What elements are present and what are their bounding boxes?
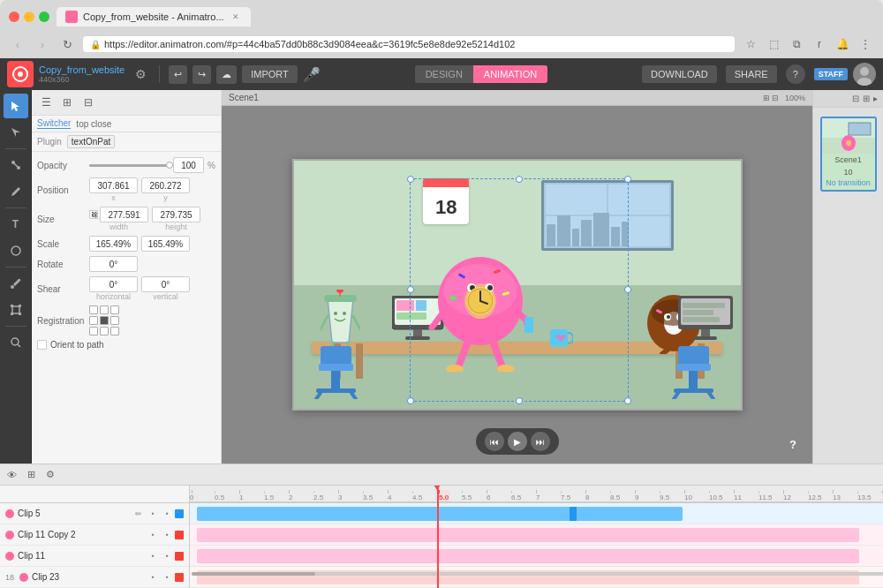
close-button[interactable] (9, 11, 19, 22)
timeline-settings-icon[interactable]: ⚙ (42, 467, 58, 483)
plugin-dropdown[interactable]: textOnPat (67, 135, 115, 148)
transform-tool[interactable] (4, 298, 28, 322)
canvas-help-button[interactable]: ? (782, 433, 804, 455)
forward-button[interactable]: › (34, 35, 51, 53)
profile-icon[interactable]: r (811, 35, 828, 53)
design-animation-toggle: DESIGN ANIMATION (415, 65, 547, 83)
reg-dot-tc[interactable] (100, 305, 109, 314)
alert-icon[interactable]: 🔔 (834, 35, 851, 53)
reload-button[interactable]: ↻ (58, 35, 76, 53)
reg-dot-ml[interactable] (89, 316, 98, 325)
scene-thumbnail[interactable]: Scene1 10 No transition (820, 117, 877, 192)
clip11-bar[interactable] (197, 549, 859, 563)
microphone-icon[interactable]: 🎤 (303, 66, 321, 83)
eyedropper-tool[interactable] (4, 271, 28, 296)
select-tool[interactable] (4, 94, 28, 118)
text-tool[interactable]: T (4, 212, 28, 237)
clip23-scrollbar[interactable] (192, 572, 883, 576)
svg-line-85 (674, 393, 678, 399)
timeline-eye-icon[interactable]: 👁 (4, 467, 19, 483)
position-y-input[interactable] (141, 177, 190, 193)
track-dot-icon[interactable]: • (147, 508, 159, 520)
user-avatar[interactable] (853, 63, 876, 86)
track-dot2-icon[interactable]: • (161, 508, 173, 520)
tab-close-button[interactable]: ✕ (230, 11, 242, 23)
timeline-tracks-right[interactable]: 0 0.5 1 1.5 2 2.5 3 3.5 4 4.5 5.0 5.5 6 … (190, 486, 883, 588)
position-x-input[interactable] (89, 177, 138, 193)
track-dot5-icon[interactable]: • (147, 550, 159, 562)
clip11copy2-bar[interactable] (197, 528, 859, 542)
extension-icon[interactable]: ⬚ (765, 35, 782, 53)
rotate-input[interactable] (89, 256, 138, 272)
download-button[interactable]: DOWNLOAD (642, 65, 717, 83)
address-bar[interactable]: 🔒 https://editor.animatron.com/#p=44c4ba… (83, 36, 735, 52)
track-dot6-icon[interactable]: • (161, 550, 173, 562)
opacity-input[interactable]: 100 (173, 157, 204, 173)
orient-checkbox[interactable] (37, 340, 47, 350)
track-dot7-icon[interactable]: • (147, 571, 159, 584)
reg-dot-mr[interactable] (110, 316, 119, 325)
size-h-input[interactable] (152, 207, 200, 222)
top-close-tab[interactable]: top close (76, 119, 111, 129)
opacity-slider[interactable] (89, 164, 170, 167)
clip23-scrollbar-thumb[interactable] (192, 572, 315, 576)
size-w-input[interactable] (100, 207, 148, 222)
fast-forward-button[interactable]: ⏭ (531, 432, 550, 451)
panel-tool-2[interactable]: ⊞ (58, 94, 76, 111)
reg-dot-br[interactable] (110, 327, 119, 335)
clip5-bar[interactable] (197, 507, 683, 521)
shear-v-input[interactable] (141, 276, 190, 292)
minimize-button[interactable] (24, 11, 34, 22)
scale-y-input[interactable] (141, 236, 190, 252)
zoom-tool[interactable] (4, 330, 28, 355)
import-button[interactable]: IMPORT (242, 65, 298, 83)
panel-tool-1[interactable]: ☰ (37, 94, 55, 111)
reg-dot-mc[interactable] (100, 316, 109, 325)
rewind-button[interactable]: ⏮ (485, 432, 504, 451)
tick-1: 1 (239, 490, 243, 501)
redo-button[interactable]: ↪ (192, 65, 211, 84)
panel-tool-3[interactable]: ⊟ (79, 94, 97, 111)
switcher-tab[interactable]: Switcher (37, 118, 71, 129)
menu-icon[interactable]: ⋮ (857, 35, 874, 53)
undo-button[interactable]: ↩ (169, 65, 187, 84)
pen-tool[interactable] (4, 179, 28, 204)
layers-icon[interactable]: ⧉ (788, 35, 805, 53)
scene-panel-expand[interactable]: ▸ (872, 92, 879, 105)
star-icon[interactable]: ☆ (742, 35, 759, 53)
track-edit-icon[interactable]: ✏ (132, 508, 145, 520)
timeline-grid-icon[interactable]: ⊞ (23, 467, 39, 483)
reg-dot-bc[interactable] (100, 327, 109, 335)
shape-tool[interactable] (4, 238, 28, 263)
canvas-viewport[interactable]: 18 (222, 106, 812, 464)
shear-h-input[interactable] (89, 276, 138, 292)
track-dot3-icon[interactable]: • (147, 529, 159, 541)
arrow-tool[interactable] (4, 120, 28, 145)
size-link-icon[interactable]: ⛓ (89, 210, 98, 219)
scene-panel-zoom-out[interactable]: ⊟ (850, 92, 861, 105)
reg-dot-tr[interactable] (110, 305, 119, 314)
design-toggle[interactable]: DESIGN (415, 65, 473, 83)
scale-x-input[interactable] (89, 236, 138, 252)
back-button[interactable]: ‹ (9, 35, 26, 53)
reg-dot-bl[interactable] (89, 327, 98, 335)
browser-tab[interactable]: Copy_from_website - Animatro... ✕ (57, 7, 251, 26)
track-dot8-icon[interactable]: • (161, 571, 173, 584)
animation-toggle[interactable]: ANIMATION (473, 65, 547, 83)
timeline-track-clip11[interactable]: Clip 11 • • (0, 546, 189, 567)
settings-icon[interactable]: ⚙ (135, 67, 147, 81)
upload-button[interactable]: ☁ (216, 65, 237, 84)
scene-panel-zoom-in[interactable]: ⊞ (861, 92, 872, 105)
help-button[interactable]: ? (786, 64, 805, 84)
node-tool[interactable] (4, 153, 28, 177)
maximize-button[interactable] (39, 11, 49, 22)
fit-icon[interactable]: ⊞ ⊟ (763, 94, 780, 102)
share-button[interactable]: SHARE (726, 65, 777, 83)
reg-dot-tl[interactable] (89, 305, 98, 314)
track-dot4-icon[interactable]: • (161, 529, 173, 541)
timeline-track-clip5[interactable]: Clip 5 ✏ • • (0, 503, 189, 524)
play-button[interactable]: ▶ (508, 432, 527, 451)
clip5-keyframe[interactable] (570, 507, 577, 521)
timeline-track-clip23[interactable]: 18 Clip 23 • • (0, 567, 189, 588)
timeline-track-clip11copy2[interactable]: Clip 11 Copy 2 • • (0, 524, 189, 546)
